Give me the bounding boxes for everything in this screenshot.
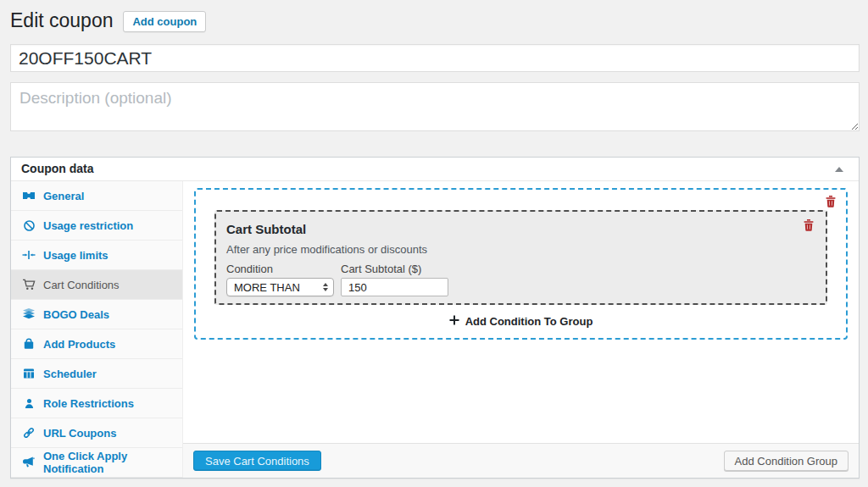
condition-select-label: Condition [226, 263, 334, 275]
sidebar-item-label: BOGO Deals [43, 308, 109, 321]
select-stepper-icon [323, 283, 328, 291]
edit-coupon-page: Edit coupon Add coupon Coupon data Gener… [0, 0, 868, 479]
add-condition-label: Add Condition To Group [465, 315, 593, 328]
plus-icon [449, 315, 459, 328]
coupon-data-tabs: GeneralUsage restrictionUsage limitsCart… [11, 181, 183, 478]
coupon-code-input[interactable] [10, 44, 860, 72]
condition-select-value: MORE THAN [234, 281, 300, 294]
circle-slash-icon [21, 219, 36, 232]
sidebar-item-label: Cart Conditions [43, 279, 120, 291]
user-icon [21, 396, 36, 410]
deals-icon [21, 307, 36, 321]
coupon-data-metabox: Coupon data GeneralUsage restrictionUsag… [10, 157, 860, 479]
sidebar-item-label: One Click Apply Notification [43, 450, 175, 475]
sidebar-item-label: Add Products [43, 338, 115, 351]
cart-conditions-footer: Save Cart Conditions Add Condition Group [183, 443, 859, 478]
cart-subtotal-input[interactable] [341, 278, 448, 296]
sidebar-item-cart-conditions[interactable]: Cart Conditions [11, 270, 182, 300]
sidebar-item-general[interactable]: General [11, 181, 182, 211]
add-coupon-button[interactable]: Add coupon [123, 11, 206, 32]
add-condition-to-group-button[interactable]: Add Condition To Group [214, 315, 827, 328]
sidebar-item-scheduler[interactable]: Scheduler [11, 359, 182, 389]
sidebar-item-usage-limits[interactable]: Usage limits [11, 241, 182, 270]
sidebar-item-label: Usage restriction [43, 219, 133, 232]
trash-icon [826, 197, 836, 210]
sidebar-item-label: Scheduler [43, 368, 97, 380]
sidebar-item-label: Usage limits [43, 249, 108, 262]
sidebar-item-label: URL Coupons [43, 427, 116, 440]
cart-subtotal-condition: Cart Subtotal After any price modificati… [214, 210, 827, 305]
coupon-data-title: Coupon data [21, 163, 94, 175]
calendar-icon [21, 367, 36, 380]
condition-fields: Condition MORE THAN Cart [226, 263, 815, 296]
cart-icon [21, 278, 36, 291]
save-cart-conditions-button[interactable]: Save Cart Conditions [193, 451, 321, 471]
cart-subtotal-label: Cart Subtotal ($) [341, 263, 448, 275]
link-icon [21, 426, 36, 440]
condition-subtitle: After any price modifications or discoun… [226, 243, 815, 256]
trash-icon [804, 221, 814, 234]
coupon-data-body: GeneralUsage restrictionUsage limitsCart… [11, 181, 859, 478]
delete-condition-group-button[interactable] [826, 196, 836, 208]
bag-icon [21, 337, 36, 351]
condition-select[interactable]: MORE THAN [226, 278, 334, 296]
cart-conditions-content: Cart Subtotal After any price modificati… [183, 181, 859, 443]
collapse-toggle-button[interactable] [830, 165, 849, 174]
ticket-icon [21, 189, 36, 202]
limits-icon [21, 248, 36, 262]
sidebar-item-bogo-deals[interactable]: BOGO Deals [11, 300, 182, 329]
sidebar-item-label: General [43, 190, 84, 202]
add-condition-group-button[interactable]: Add Condition Group [724, 451, 849, 471]
triangle-up-icon [835, 167, 843, 172]
coupon-description-textarea[interactable] [10, 82, 860, 131]
sidebar-item-add-products[interactable]: Add Products [11, 329, 182, 359]
delete-condition-button[interactable] [804, 219, 814, 231]
coupon-data-header: Coupon data [11, 158, 859, 181]
condition-group: Cart Subtotal After any price modificati… [194, 188, 848, 340]
sidebar-item-usage-restriction[interactable]: Usage restriction [11, 211, 182, 241]
sidebar-item-label: Role Restrictions [43, 397, 134, 410]
condition-title: Cart Subtotal [226, 222, 815, 236]
page-header: Edit coupon Add coupon [10, 8, 860, 34]
cart-conditions-panel: Cart Subtotal After any price modificati… [183, 181, 859, 478]
sidebar-item-one-click-apply-notification[interactable]: One Click Apply Notification [11, 448, 182, 478]
megaphone-icon [21, 456, 36, 469]
page-title: Edit coupon [10, 9, 113, 33]
sidebar-item-role-restrictions[interactable]: Role Restrictions [11, 389, 182, 418]
sidebar-item-url-coupons[interactable]: URL Coupons [11, 418, 182, 448]
